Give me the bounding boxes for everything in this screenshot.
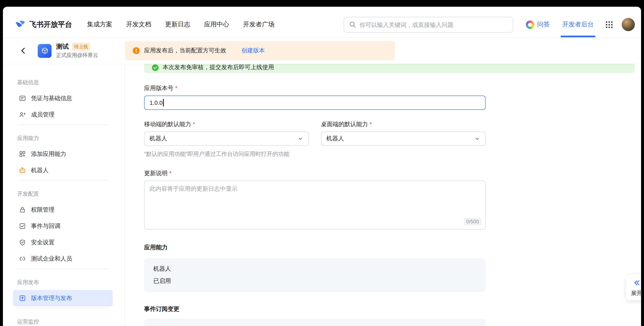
events-panel xyxy=(144,319,486,326)
publish-warning-banner: 应用发布后，当前配置方可生效 创建版本 xyxy=(125,41,395,60)
expand-panel-toggle[interactable]: 展开 xyxy=(626,274,641,300)
nav-docs[interactable]: 开发文档 xyxy=(126,20,151,28)
main-area: 基础信息 凭证与基础信息 成员管理 应用能力 添加应用能力 机器人 xyxy=(3,64,641,326)
screen: 飞书开放平台 集成方案 开发文档 更新日志 应用中心 开发者广场 xyxy=(0,0,644,326)
sidebar-divider xyxy=(17,308,108,308)
nav-changelog[interactable]: 更新日志 xyxy=(165,20,190,28)
chevron-down-icon xyxy=(298,136,303,142)
qa-ring-icon xyxy=(526,20,534,29)
apps-grid-icon[interactable] xyxy=(606,21,613,28)
app-icon xyxy=(38,44,52,58)
global-search[interactable] xyxy=(344,16,513,32)
capability-panel: 机器人 已启用 xyxy=(144,258,486,292)
user-avatar[interactable] xyxy=(621,18,635,32)
desktop-capability-select[interactable]: 机器人 xyxy=(321,132,486,146)
shield-icon xyxy=(19,239,26,246)
chevron-down-icon xyxy=(474,136,480,142)
qa-button[interactable]: 问答 xyxy=(526,20,550,29)
sidebar-item-label: 安全设置 xyxy=(31,239,54,246)
primary-nav: 集成方案 开发文档 更新日志 应用中心 开发者广场 xyxy=(87,20,274,28)
double-chevron-left-icon xyxy=(632,279,641,287)
qa-label: 问答 xyxy=(537,20,550,28)
sidebar-section-release: 应用发布 xyxy=(13,278,113,286)
search-input[interactable] xyxy=(360,21,508,28)
sidebar-section-basic: 基础信息 xyxy=(13,78,113,87)
platform-title: 飞书开放平台 xyxy=(29,20,72,29)
notes-field: 0/500 xyxy=(144,180,486,230)
credential-icon xyxy=(19,95,26,102)
lock-icon xyxy=(19,206,26,213)
expand-label: 展开 xyxy=(631,290,641,297)
sidebar-item-label: 添加应用能力 xyxy=(31,150,66,158)
events-section-title: 事件订阅变更 xyxy=(144,306,486,313)
version-label: 应用版本号* xyxy=(144,85,486,92)
text-caret xyxy=(163,99,164,106)
success-banner-text: 本次发布免审核，提交发布后即可上线使用 xyxy=(162,64,274,71)
create-version-link[interactable]: 创建版本 xyxy=(241,47,265,54)
sidebar-item-label: 版本管理与发布 xyxy=(31,294,72,302)
sidebar-item-label: 权限管理 xyxy=(31,206,54,214)
required-marker: * xyxy=(169,170,172,177)
sidebar-item-permissions[interactable]: 权限管理 xyxy=(13,202,113,218)
default-capability-hint: “默认的应用功能”即用户通过工作台访问应用时打开的功能 xyxy=(144,150,486,158)
capability-status: 已启用 xyxy=(153,278,476,285)
event-callback-icon xyxy=(19,222,26,230)
sidebar-item-label: 机器人 xyxy=(31,166,48,174)
test-org-icon xyxy=(19,255,26,262)
sidebar-item-events[interactable]: 事件与回调 xyxy=(13,218,113,234)
sidebar-item-credentials[interactable]: 凭证与基础信息 xyxy=(13,90,113,106)
sidebar-item-test-org[interactable]: 测试企业和人员 xyxy=(13,250,113,267)
required-marker: * xyxy=(370,121,372,128)
sidebar-item-security[interactable]: 安全设置 xyxy=(13,234,113,250)
sidebar-item-label: 成员管理 xyxy=(31,111,54,118)
add-capability-icon xyxy=(19,150,26,158)
browser-window: 飞书开放平台 集成方案 开发文档 更新日志 应用中心 开发者广场 xyxy=(3,7,641,326)
developer-console-tab[interactable]: 开发者后台 xyxy=(562,20,594,28)
back-button[interactable] xyxy=(20,47,27,54)
sidebar: 基础信息 凭证与基础信息 成员管理 应用能力 添加应用能力 机器人 xyxy=(3,64,125,326)
sidebar-item-add-capability[interactable]: 添加应用能力 xyxy=(13,146,113,162)
sidebar-item-label: 测试企业和人员 xyxy=(31,255,72,262)
required-marker: * xyxy=(175,85,178,92)
top-navigation: 飞书开放平台 集成方案 开发文档 更新日志 应用中心 开发者广场 xyxy=(3,7,641,38)
mobile-capability-field: 移动端的默认能力* 机器人 xyxy=(144,121,309,146)
warning-text: 应用发布后，当前配置方可生效 xyxy=(144,47,226,54)
search-icon xyxy=(349,21,356,28)
sidebar-item-members[interactable]: 成员管理 xyxy=(13,106,113,123)
feishu-logo-icon xyxy=(15,19,26,30)
sidebar-section-devconfig: 开发配置 xyxy=(13,190,113,198)
desktop-capability-value: 机器人 xyxy=(326,135,344,142)
desktop-capability-field: 桌面端的默认能力* 机器人 xyxy=(321,121,486,146)
mobile-capability-label: 移动端的默认能力* xyxy=(144,121,309,128)
sidebar-item-label: 凭证与基础信息 xyxy=(31,94,72,102)
mobile-capability-value: 机器人 xyxy=(150,135,167,142)
notes-label: 更新说明* xyxy=(144,170,486,177)
sidebar-section-monitor: 运营监控 xyxy=(13,318,113,326)
nav-app-center[interactable]: 应用中心 xyxy=(204,20,229,28)
content-area: 本次发布免审核，提交发布后即可上线使用 应用版本号* 1.0.0 xyxy=(125,64,641,326)
nav-integration[interactable]: 集成方案 xyxy=(87,20,112,28)
required-marker: * xyxy=(193,121,195,128)
status-badge: 待上线 xyxy=(72,42,90,50)
feishu-logo[interactable]: 飞书开放平台 xyxy=(15,19,72,30)
success-banner: 本次发布免审核，提交发布后即可上线使用 xyxy=(144,64,634,73)
sidebar-item-version-release[interactable]: 版本管理与发布 xyxy=(13,290,113,306)
sidebar-section-capability: 应用能力 xyxy=(13,134,113,142)
mobile-capability-select[interactable]: 机器人 xyxy=(144,132,309,146)
capability-section-title: 应用能力 xyxy=(144,244,486,252)
capability-name: 机器人 xyxy=(153,265,476,273)
sidebar-item-bot[interactable]: 机器人 xyxy=(13,162,113,178)
sidebar-divider xyxy=(17,268,108,269)
notes-textarea[interactable] xyxy=(144,180,486,230)
char-counter: 0/500 xyxy=(464,218,482,226)
robot-icon xyxy=(19,167,26,174)
release-form: 应用版本号* 1.0.0 移动端的默认能力* 机器人 xyxy=(144,85,486,326)
sidebar-item-label: 事件与回调 xyxy=(31,222,60,230)
nav-dev-plaza[interactable]: 开发者广场 xyxy=(243,20,274,28)
version-input[interactable]: 1.0.0 xyxy=(144,96,486,110)
version-release-icon xyxy=(19,294,26,302)
members-icon xyxy=(19,111,26,118)
desktop-capability-label: 桌面端的默认能力* xyxy=(321,121,486,128)
app-name: 测试 xyxy=(56,42,69,50)
success-check-icon xyxy=(152,64,159,71)
